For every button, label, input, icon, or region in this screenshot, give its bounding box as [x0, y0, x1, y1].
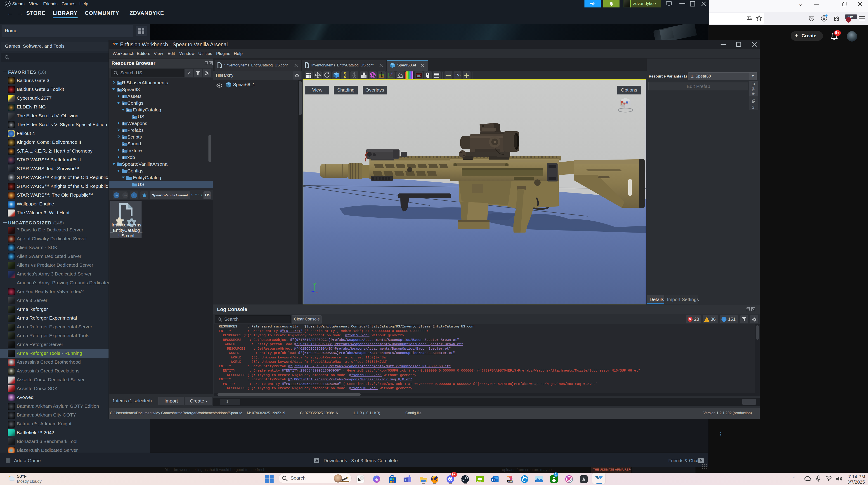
svg-text:O: O	[492, 478, 495, 482]
svg-text:z: z	[307, 289, 309, 292]
svg-text:T: T	[405, 478, 407, 482]
svg-text:M365: M365	[508, 480, 513, 482]
svg-text:LEFT: LEFT	[621, 103, 627, 105]
svg-text:NVIDIA: NVIDIA	[477, 481, 482, 482]
